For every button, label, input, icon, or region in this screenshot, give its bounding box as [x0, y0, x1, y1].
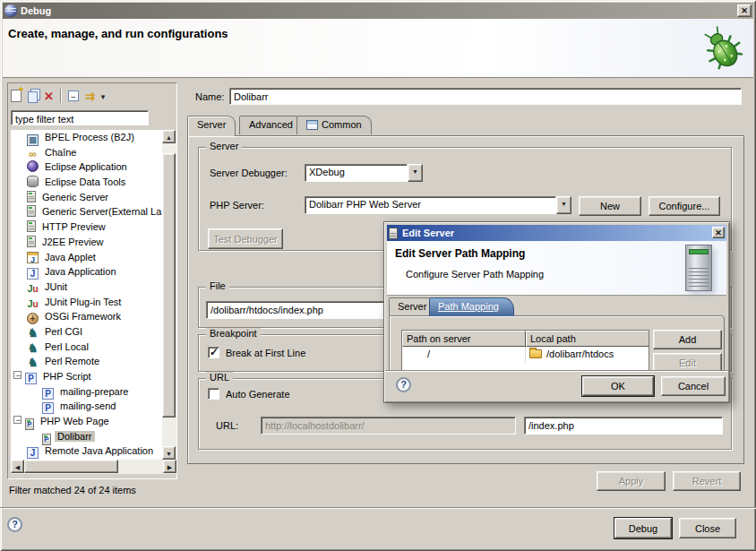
perl-icon	[27, 357, 39, 369]
perl-icon	[27, 328, 39, 340]
tree-item[interactable]: Remote Java Application	[11, 443, 162, 459]
tree-item-label: PHP Web Page	[38, 416, 112, 426]
tree-item-label: JUnit Plug-in Test	[42, 297, 124, 307]
tree-item[interactable]: J2EE Preview	[11, 235, 162, 250]
scroll-right-icon[interactable]	[163, 460, 176, 473]
collapse-expander-icon[interactable]	[13, 416, 21, 424]
tree-item-label: mailing-send	[57, 400, 118, 411]
tree-item-label: Eclipse Application	[42, 161, 130, 172]
duplicate-configuration-icon[interactable]	[28, 91, 38, 103]
add-mapping-button[interactable]: Add	[653, 330, 722, 349]
folder-icon	[529, 349, 542, 358]
collapse-all-icon[interactable]	[68, 90, 79, 101]
collapse-expander-icon[interactable]	[13, 371, 21, 379]
table-icon	[306, 120, 318, 130]
dialog-title-bar: Edit Server	[387, 225, 726, 241]
junit-plugin-icon	[27, 299, 39, 311]
chevron-down-icon[interactable]	[101, 90, 106, 101]
vertical-scroll-thumb[interactable]	[162, 153, 176, 418]
dialog-close-button[interactable]	[712, 227, 725, 238]
table-cell-local-path[interactable]: /dolibarr/htdocs	[526, 347, 649, 363]
tree-item[interactable]: mailing-send	[11, 399, 162, 414]
dialog-help-icon[interactable]: ?	[396, 377, 411, 392]
chain-icon	[27, 150, 39, 161]
tree-item[interactable]: Java Application	[11, 264, 162, 280]
server-tower-icon	[685, 245, 712, 291]
dialog-subheading: Configure Server Path Mapping	[406, 269, 544, 280]
filter-icon[interactable]	[85, 90, 95, 103]
tree-item-label: PHP Script	[40, 371, 94, 382]
new-configuration-icon[interactable]	[11, 90, 21, 102]
dialog-tab-server-label: Server	[398, 301, 426, 312]
tree-item-label: OSGi Framework	[42, 311, 124, 322]
server-icon	[27, 236, 36, 247]
dialog-heading: Edit Server Path Mapping	[395, 247, 525, 260]
junit-icon	[27, 284, 39, 296]
remote-java-icon	[27, 447, 39, 459]
name-input[interactable]: Dolibarr	[229, 88, 742, 105]
server-icon	[27, 205, 36, 217]
scroll-up-icon[interactable]	[162, 130, 176, 143]
tab-server[interactable]: Server	[187, 116, 236, 136]
tree-item[interactable]: PHP Script	[11, 369, 162, 384]
cancel-button[interactable]: Cancel	[661, 376, 726, 396]
tree-item[interactable]: Perl Local	[11, 340, 162, 355]
tree-item-label: Remote Java Application	[42, 445, 156, 456]
tree-item[interactable]: Generic Server(External La	[11, 204, 162, 220]
horizontal-scroll-thumb[interactable]	[24, 460, 118, 473]
table-cell-server-path[interactable]: /	[402, 347, 526, 363]
help-icon[interactable]: ?	[7, 517, 22, 532]
tree-item-label: Java Applet	[42, 252, 99, 263]
debug-configurations-window: Debug Create, manage, and run configurat…	[0, 0, 756, 551]
tree-item[interactable]: PHP Web Page	[11, 414, 162, 429]
local-path-text: /dolibarr/htdocs	[546, 349, 614, 359]
revert-button[interactable]: Revert	[673, 471, 741, 491]
eclipse-logo-icon	[4, 4, 17, 17]
tree-item[interactable]: HTTP Preview	[11, 220, 162, 235]
tree-item[interactable]: Eclipse Data Tools	[11, 175, 162, 190]
delete-configuration-icon[interactable]	[44, 90, 54, 103]
tree-item[interactable]: mailing-prepare	[11, 384, 162, 400]
tree-item-label: JUnit	[42, 281, 70, 292]
path-mapping-table[interactable]: Path on server Local path / /dolibarr/ht…	[401, 330, 649, 373]
tree-item-label: Eclipse Data Tools	[42, 176, 128, 187]
tree-item[interactable]: Dolibarr	[11, 429, 162, 444]
ok-button[interactable]: OK	[582, 376, 654, 396]
tree-vertical-scrollbar[interactable]	[162, 130, 176, 460]
tab-advanced-label: Advanced	[249, 119, 293, 130]
title-bar: Debug	[3, 3, 753, 19]
close-button[interactable]: Close	[679, 518, 736, 538]
java-application-icon	[27, 268, 39, 280]
tree-item[interactable]: Perl CGI	[11, 324, 162, 340]
tree-item[interactable]: Perl Remote	[11, 354, 162, 369]
column-header-path-on-server[interactable]: Path on server	[402, 331, 526, 347]
tree-item[interactable]: JUnit Plug-in Test	[11, 295, 162, 310]
close-window-button[interactable]	[737, 4, 752, 17]
tree-item[interactable]: Eclipse Application	[11, 159, 162, 175]
column-header-local-path[interactable]: Local path	[526, 331, 649, 347]
server-icon	[27, 191, 36, 202]
apply-button[interactable]: Apply	[597, 471, 666, 491]
tree-horizontal-scrollbar[interactable]	[11, 460, 176, 474]
tree-item-label: Chaîne	[42, 147, 79, 158]
database-icon	[27, 176, 39, 187]
tree-item[interactable]: JUnit	[11, 280, 162, 295]
tree-item-label: Generic Server(External La	[39, 206, 162, 217]
scroll-left-icon[interactable]	[11, 460, 24, 473]
dialog-title: Edit Server	[402, 228, 454, 238]
toolbar-separator	[60, 89, 62, 103]
tree-item[interactable]: Chaîne	[11, 145, 162, 160]
tab-common[interactable]: Common	[296, 116, 372, 134]
debug-button[interactable]: Debug	[614, 518, 672, 538]
dialog-header: Edit Server Path Mapping Configure Serve…	[387, 241, 726, 296]
php-script-icon	[25, 373, 37, 384]
tree-item[interactable]: Generic Server	[11, 190, 162, 205]
tab-advanced[interactable]: Advanced	[239, 116, 303, 134]
tree-item[interactable]: Java Applet	[11, 250, 162, 265]
filter-input[interactable]: type filter text	[11, 110, 149, 125]
tree-item[interactable]: OSGi Framework	[11, 309, 162, 324]
scroll-down-icon[interactable]	[162, 446, 176, 460]
dialog-tab-path-mapping[interactable]: Path Mapping	[429, 297, 514, 316]
window-title: Debug	[21, 5, 51, 16]
tree-item[interactable]: BPEL Process (B2J)	[11, 130, 162, 145]
